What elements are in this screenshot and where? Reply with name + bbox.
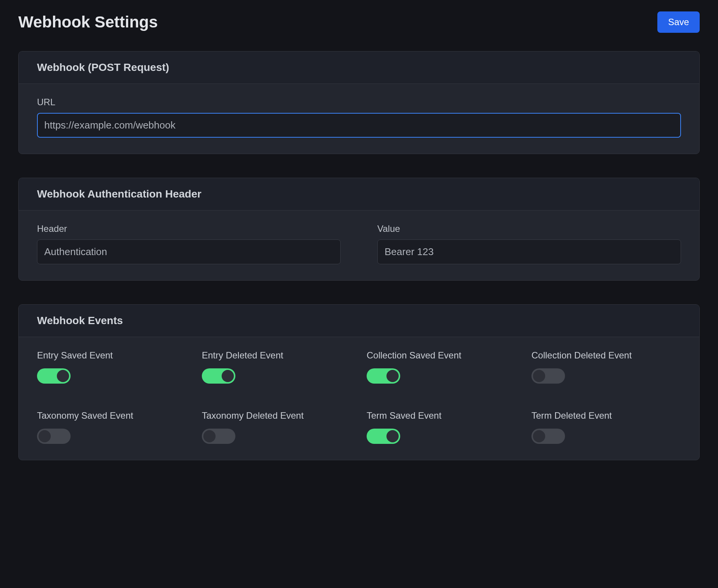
event-label: Term Saved Event [367, 410, 516, 421]
save-button[interactable]: Save [657, 11, 700, 33]
event-label: Taxonomy Saved Event [37, 410, 187, 421]
event-label: Collection Saved Event [367, 350, 516, 361]
event-label: Entry Saved Event [37, 350, 187, 361]
card-title: Webhook Authentication Header [37, 188, 681, 200]
event-toggle[interactable] [531, 368, 565, 384]
header-label: Header [37, 223, 341, 234]
event-toggle[interactable] [37, 368, 71, 384]
toggle-knob [386, 430, 399, 442]
card-header: Webhook Authentication Header [19, 178, 699, 210]
toggle-knob [39, 430, 51, 442]
event-item: Taxonomy Deleted Event [202, 410, 351, 444]
event-label: Entry Deleted Event [202, 350, 351, 361]
card-header: Webhook (POST Request) [19, 51, 699, 84]
webhook-post-card: Webhook (POST Request) URL [18, 51, 700, 154]
card-body: Header Value [19, 210, 699, 280]
webhook-events-card: Webhook Events Entry Saved EventEntry De… [18, 304, 700, 460]
event-label: Collection Deleted Event [531, 350, 681, 361]
url-input[interactable] [37, 113, 681, 138]
card-title: Webhook Events [37, 315, 681, 327]
event-item: Term Deleted Event [531, 410, 681, 444]
toggle-knob [57, 370, 69, 382]
url-field-group: URL [37, 97, 681, 138]
event-toggle[interactable] [202, 429, 235, 444]
event-item: Collection Deleted Event [531, 350, 681, 384]
event-label: Taxonomy Deleted Event [202, 410, 351, 421]
event-item: Entry Saved Event [37, 350, 187, 384]
page-header: Webhook Settings Save [18, 11, 700, 33]
header-input[interactable] [37, 239, 341, 264]
toggle-knob [386, 370, 399, 382]
value-input[interactable] [377, 239, 681, 264]
webhook-auth-card: Webhook Authentication Header Header Val… [18, 178, 700, 281]
event-toggle[interactable] [367, 429, 400, 444]
events-grid: Entry Saved EventEntry Deleted EventColl… [37, 350, 681, 444]
event-toggle[interactable] [531, 429, 565, 444]
header-field-group: Header [37, 223, 341, 264]
value-label: Value [377, 223, 681, 234]
event-toggle[interactable] [202, 368, 235, 384]
event-item: Collection Saved Event [367, 350, 516, 384]
page-title: Webhook Settings [18, 13, 158, 31]
card-header: Webhook Events [19, 305, 699, 337]
toggle-knob [533, 430, 545, 442]
url-label: URL [37, 97, 681, 108]
card-body: URL [19, 84, 699, 154]
event-item: Taxonomy Saved Event [37, 410, 187, 444]
event-toggle[interactable] [37, 429, 71, 444]
event-item: Entry Deleted Event [202, 350, 351, 384]
toggle-knob [222, 370, 234, 382]
toggle-knob [203, 430, 216, 442]
event-toggle[interactable] [367, 368, 400, 384]
event-item: Term Saved Event [367, 410, 516, 444]
toggle-knob [533, 370, 545, 382]
event-label: Term Deleted Event [531, 410, 681, 421]
card-title: Webhook (POST Request) [37, 61, 681, 74]
value-field-group: Value [377, 223, 681, 264]
card-body: Entry Saved EventEntry Deleted EventColl… [19, 337, 699, 460]
